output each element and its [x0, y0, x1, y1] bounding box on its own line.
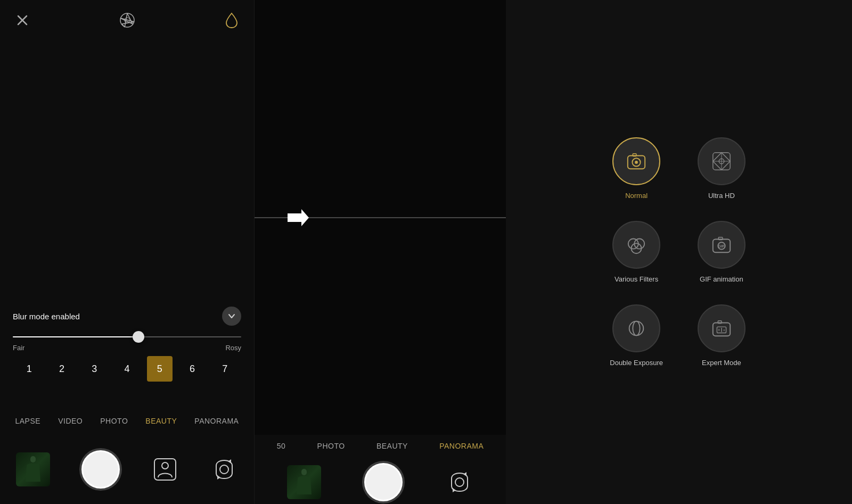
svg-line-23 — [722, 153, 730, 161]
blur-control: Blur mode enabled Fair Rosy 1 2 3 4 5 6 — [0, 307, 254, 382]
mode-ultra-hd-label: Ultra HD — [708, 192, 735, 200]
middle-panel: 50 PHOTO BEAUTY PANORAMA — [255, 0, 506, 504]
svg-point-19 — [635, 161, 638, 164]
mode-grid: Normal Ultra HD — [610, 137, 748, 367]
mid-tab-beauty[interactable]: BEAUTY — [374, 437, 410, 455]
mid-tab-50[interactable]: 50 — [275, 437, 288, 455]
svg-text:GIF: GIF — [718, 244, 725, 249]
mode-double-exposure-circle — [612, 304, 660, 352]
mode-gif-animation-circle: GIF — [698, 221, 746, 269]
svg-line-22 — [713, 153, 722, 161]
rosy-label: Rosy — [225, 344, 241, 352]
num-4[interactable]: 4 — [114, 356, 140, 382]
top-bar — [0, 0, 254, 40]
last-photo-thumbnail[interactable] — [16, 452, 50, 486]
camera-viewfinder — [255, 0, 506, 435]
tab-beauty[interactable]: BEAUTY — [143, 412, 179, 429]
mid-tab-panorama[interactable]: PANORAMA — [437, 437, 486, 455]
slider-labels: Fair Rosy — [13, 344, 241, 352]
svg-point-37 — [633, 321, 640, 336]
portrait-mode-button[interactable] — [151, 456, 179, 483]
tab-video[interactable]: VIDEO — [56, 412, 85, 429]
mode-ultra-hd-circle — [698, 137, 746, 185]
mode-ultra-hd[interactable]: Ultra HD — [695, 137, 748, 200]
middle-mode-tabs: 50 PHOTO BEAUTY PANORAMA — [255, 437, 506, 455]
middle-bottom-bar: 50 PHOTO BEAUTY PANORAMA — [255, 435, 506, 504]
svg-point-12 — [162, 462, 168, 469]
mid-thumbnail[interactable] — [287, 465, 321, 499]
mode-normal[interactable]: Normal — [610, 137, 663, 200]
tab-photo[interactable]: PHOTO — [98, 412, 130, 429]
mode-normal-label: Normal — [625, 192, 648, 200]
svg-line-25 — [722, 161, 730, 170]
left-panel: Blur mode enabled Fair Rosy 1 2 3 4 5 6 — [0, 0, 255, 504]
direction-arrow — [286, 206, 310, 229]
mode-double-exposure-label: Double Exposure — [610, 359, 663, 367]
fair-label: Fair — [13, 344, 24, 352]
chevron-down-button[interactable] — [222, 307, 241, 326]
num-2[interactable]: 2 — [49, 356, 75, 382]
mode-expert-mode-circle — [698, 304, 746, 352]
slider-thumb[interactable] — [133, 331, 144, 343]
left-bottom-bar — [0, 435, 254, 504]
mid-thumbnail-image — [287, 465, 321, 499]
close-button[interactable] — [13, 11, 32, 30]
slider-fill — [13, 336, 138, 337]
blur-mode-label: Blur mode enabled — [13, 312, 80, 321]
droplet-icon[interactable] — [222, 11, 241, 30]
flip-camera-button[interactable] — [210, 456, 238, 483]
svg-rect-15 — [301, 469, 307, 475]
mode-normal-circle — [612, 137, 660, 185]
number-selector: 1 2 3 4 5 6 7 — [13, 356, 241, 382]
svg-marker-14 — [288, 209, 309, 226]
aperture-icon[interactable] — [118, 11, 137, 30]
mode-gif-animation-label: GIF animation — [700, 275, 743, 283]
mode-expert-mode[interactable]: Expert Mode — [695, 304, 748, 367]
mode-various-filters-label: Various Filters — [615, 275, 658, 283]
mid-shutter-button[interactable] — [364, 463, 403, 501]
mode-double-exposure[interactable]: Double Exposure — [610, 304, 663, 367]
slider-track — [13, 336, 241, 337]
mid-tab-photo[interactable]: PHOTO — [315, 437, 347, 455]
right-panel: Normal Ultra HD — [506, 0, 852, 504]
num-7[interactable]: 7 — [212, 356, 237, 382]
svg-point-16 — [455, 478, 464, 486]
middle-bottom-actions — [255, 463, 506, 501]
svg-point-13 — [220, 465, 228, 474]
svg-rect-10 — [30, 456, 36, 462]
num-3[interactable]: 3 — [81, 356, 107, 382]
svg-line-24 — [713, 161, 722, 170]
mode-various-filters-circle — [612, 221, 660, 269]
blur-mode-row: Blur mode enabled — [13, 307, 241, 326]
num-5[interactable]: 5 — [147, 356, 173, 382]
num-1[interactable]: 1 — [17, 356, 42, 382]
num-6[interactable]: 6 — [179, 356, 205, 382]
blur-slider[interactable] — [13, 336, 241, 337]
mid-flip-camera-button[interactable] — [446, 468, 473, 496]
thumbnail-image — [16, 452, 50, 486]
shutter-button[interactable] — [81, 450, 120, 489]
mode-various-filters[interactable]: Various Filters — [610, 221, 663, 283]
mode-gif-animation[interactable]: GIF GIF animation — [695, 221, 748, 283]
mode-expert-mode-label: Expert Mode — [702, 359, 741, 367]
tab-lapse[interactable]: LAPSE — [13, 412, 43, 429]
tab-panorama[interactable]: PANORAMA — [192, 412, 241, 429]
left-mode-tabs: LAPSE VIDEO PHOTO BEAUTY PANORAMA — [0, 412, 254, 429]
